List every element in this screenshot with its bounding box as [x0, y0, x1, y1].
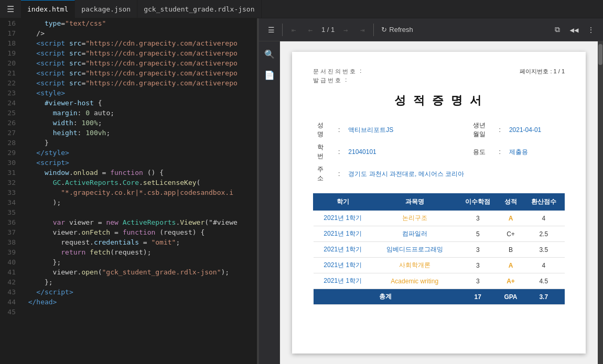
line-number: 35: [0, 207, 20, 217]
line-code: </style>: [20, 148, 69, 158]
last-page-button[interactable]: ⇥: [354, 22, 370, 38]
sidebar-search-icon[interactable]: 🔍: [261, 46, 278, 62]
grade-table-row: 2021년 1학기 Academic writing 3 A+ 4.5: [314, 273, 565, 289]
document-title: 성 적 증 명 서: [313, 93, 565, 108]
preview-panel: ☰ ⇤ ← 1 / 1 → ⇥ ↻ Refresh ⧉ ◀◀ ⋮ 🔍 📄: [259, 18, 603, 364]
line-number: 19: [0, 48, 20, 58]
line-number: 29: [0, 148, 20, 158]
student-info-row-id: 학 번 : 21040101 용도 : 제출용: [313, 141, 565, 163]
code-line: 26 width: 100%;: [0, 118, 257, 128]
code-line: 18 <script src="https://cdn.grapecity.co…: [0, 38, 257, 48]
scrollbar-track[interactable]: [598, 41, 603, 364]
code-line: 34 );: [0, 197, 257, 207]
cell-credits: 3: [457, 211, 499, 226]
line-code: </head>: [20, 297, 57, 307]
next-page-button[interactable]: →: [338, 22, 353, 38]
line-code: };: [20, 277, 53, 287]
birthdate-label: 생년월일: [469, 119, 495, 141]
line-number: 39: [0, 247, 20, 257]
col-credits: 이수학점: [457, 194, 499, 211]
code-line: 22 <script src="https://cdn.grapecity.co…: [0, 78, 257, 88]
line-code: var viewer = new ActiveReports.Viewer("#…: [20, 217, 238, 227]
code-line: 27 height: 100vh;: [0, 128, 257, 138]
line-code: return fetch(request);: [20, 247, 152, 257]
grade-table-row: 2021년 1학기 임베디드프로그래밍 3 B 3.5: [314, 242, 565, 258]
cell-points: 4.5: [523, 273, 564, 289]
cell-term: 2021년 1학기: [314, 273, 372, 289]
code-line: 40 };: [0, 257, 257, 267]
cell-credits: 5: [457, 226, 499, 242]
preview-body: 🔍 📄 문 서 진 의 번 호 : 발 급 번 호: [259, 41, 603, 364]
prev-page-button[interactable]: ←: [303, 22, 318, 38]
line-number: 24: [0, 98, 20, 108]
line-code: GC.ActiveReports.Core.setLicenseKey(: [20, 178, 200, 187]
cell-term: 2021년 1학기: [314, 242, 372, 258]
scrollbar-thumb[interactable]: [598, 44, 602, 65]
line-number: 16: [0, 18, 20, 28]
sidebar-export-icon[interactable]: 📄: [261, 67, 278, 83]
issue-number-label: 발 급 번 호: [313, 76, 341, 84]
preview-content[interactable]: 문 서 진 의 번 호 : 발 급 번 호 : 페이지번호 : 1 / 1 성 …: [280, 41, 598, 364]
purpose-value: 제출용: [505, 141, 565, 163]
cell-subject: 컴파일러: [372, 226, 457, 242]
line-code: <script>: [20, 158, 69, 168]
col-term: 학기: [314, 194, 372, 211]
more-options-button[interactable]: ⋮: [583, 22, 599, 38]
tab-index[interactable]: index.html: [21, 0, 75, 18]
first-page-button[interactable]: ⇤: [286, 22, 302, 38]
line-number: 38: [0, 237, 20, 247]
gpa-value: 3.7: [523, 289, 564, 305]
tab-gck[interactable]: gck_student_grade.rdlx-json: [137, 0, 261, 18]
code-line: 45: [0, 307, 257, 317]
document-page: 문 서 진 의 번 호 : 발 급 번 호 : 페이지번호 : 1 / 1 성 …: [292, 52, 586, 354]
line-number: 36: [0, 217, 20, 227]
hamburger-menu-icon[interactable]: ☰: [0, 0, 21, 18]
cell-points: 4: [523, 258, 564, 273]
line-number: 37: [0, 227, 20, 237]
student-info-row-name: 성 명 : 액티브리포트JS 생년월일 : 2021-04-01: [313, 119, 565, 141]
cell-subject: 논리구조: [372, 211, 457, 226]
line-code: };: [20, 257, 61, 267]
code-editor-panel: 16 type="text/css"17 />18 <script src="h…: [0, 18, 257, 364]
code-line: 38 request.credentials = "omit";: [0, 237, 257, 247]
cell-grade: C+: [499, 226, 523, 242]
student-info-table: 성 명 : 액티브리포트JS 생년월일 : 2021-04-01 학 번 : 2…: [313, 119, 565, 185]
code-line: 30 <script>: [0, 158, 257, 168]
issue-number-row: 발 급 번 호 :: [313, 76, 361, 84]
preview-hamburger-icon[interactable]: ☰: [263, 22, 279, 38]
grade-table-row: 2021년 1학기 사회학개론 3 A 4: [314, 258, 565, 273]
toolbar-separator-2: [373, 24, 374, 36]
grade-table-header-row: 학기 과목명 이수학점 성적 환산점수: [314, 194, 565, 211]
code-line: 29 </style>: [0, 148, 257, 158]
refresh-button[interactable]: ↻ Refresh: [377, 24, 417, 36]
total-credits: 17: [457, 289, 499, 305]
line-code: <style>: [20, 88, 65, 98]
code-line: 20 <script src="https://cdn.grapecity.co…: [0, 58, 257, 68]
code-content[interactable]: 16 type="text/css"17 />18 <script src="h…: [0, 18, 257, 364]
purpose-label: 용도: [469, 141, 495, 163]
collapse-button[interactable]: ◀◀: [566, 22, 582, 38]
tab-package[interactable]: package.json: [75, 0, 137, 18]
preview-toolbar: ☰ ⇤ ← 1 / 1 → ⇥ ↻ Refresh ⧉ ◀◀ ⋮: [259, 18, 603, 41]
student-id-value: 21040101: [344, 141, 458, 163]
code-line: 42 };: [0, 277, 257, 287]
line-code: }: [20, 138, 49, 148]
copy-button[interactable]: ⧉: [550, 22, 565, 38]
doc-number-row: 문 서 진 의 번 호 :: [313, 68, 361, 75]
code-line: 31 window.onload = function () {: [0, 168, 257, 178]
code-line: 39 return fetch(request);: [0, 247, 257, 257]
line-number: 23: [0, 88, 20, 98]
line-number: 18: [0, 38, 20, 48]
grade-table-row: 2021년 1학기 컴파일러 5 C+ 2.5: [314, 226, 565, 242]
doc-meta-header: 문 서 진 의 번 호 : 발 급 번 호 : 페이지번호 : 1 / 1: [313, 68, 565, 84]
grade-table-total-row: 총계 17 GPA 3.7: [314, 289, 565, 305]
code-line: 23 <style>: [0, 88, 257, 98]
line-number: 43: [0, 287, 20, 297]
cell-term: 2021년 1학기: [314, 258, 372, 273]
preview-sidebar: 🔍 📄: [259, 41, 280, 364]
line-code: viewer.open("gck_student_grade.rdlx-json…: [20, 267, 229, 277]
line-number: 34: [0, 197, 20, 207]
doc-meta-left: 문 서 진 의 번 호 : 발 급 번 호 :: [313, 68, 361, 84]
cell-grade: A+: [499, 273, 523, 289]
line-code: <script src="https://cdn.grapecity.com/a…: [20, 58, 238, 68]
